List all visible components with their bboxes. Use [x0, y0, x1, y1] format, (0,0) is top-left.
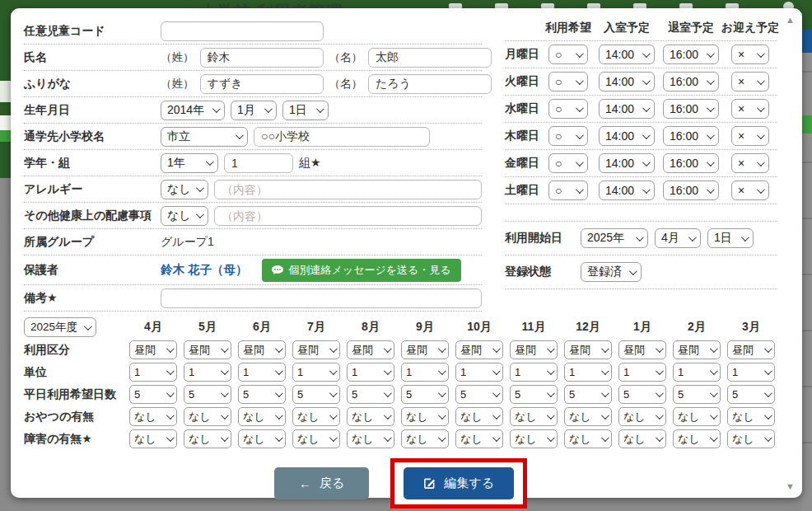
unit-select[interactable]: 1: [184, 363, 231, 382]
start-year-select[interactable]: 2025年: [581, 228, 648, 248]
furigana-mei-input[interactable]: [368, 74, 492, 94]
usage-type-select[interactable]: 昼間: [673, 340, 721, 359]
snack-select[interactable]: なし: [455, 407, 503, 426]
snack-select[interactable]: なし: [510, 407, 558, 426]
unit-select[interactable]: 1: [401, 363, 449, 382]
pickup-select[interactable]: ×: [731, 99, 769, 119]
back-button[interactable]: ← 戻る: [274, 467, 369, 499]
pickup-select[interactable]: ×: [731, 45, 769, 64]
allergy-detail-input[interactable]: [214, 180, 482, 199]
use-wish-select[interactable]: ○: [548, 72, 588, 91]
usage-type-select[interactable]: 昼間: [510, 340, 558, 359]
weekday-days-select[interactable]: 5: [401, 385, 449, 404]
usage-type-select[interactable]: 昼間: [564, 340, 612, 359]
pickup-select[interactable]: ×: [731, 180, 769, 200]
unit-select[interactable]: 1: [129, 363, 177, 382]
use-wish-select[interactable]: ○: [548, 126, 588, 146]
name-sei-input[interactable]: [200, 48, 324, 68]
school-name-input[interactable]: [254, 127, 430, 147]
name-mei-input[interactable]: [368, 48, 492, 68]
disability-select[interactable]: なし: [184, 429, 231, 448]
enter-time-select[interactable]: 14:00: [599, 180, 655, 200]
usage-type-select[interactable]: 昼間: [238, 340, 286, 359]
exit-time-select[interactable]: 16:00: [663, 72, 719, 91]
disability-select[interactable]: なし: [347, 429, 394, 448]
scroll-up-icon[interactable]: ▲: [786, 16, 795, 25]
disability-select[interactable]: なし: [238, 429, 286, 448]
class-input[interactable]: [224, 153, 293, 173]
snack-select[interactable]: なし: [184, 407, 231, 426]
disability-select[interactable]: なし: [564, 429, 612, 448]
weekday-days-select[interactable]: 5: [184, 385, 231, 404]
pickup-select[interactable]: ×: [731, 153, 769, 173]
weekday-days-select[interactable]: 5: [510, 385, 558, 404]
birth-month-select[interactable]: 1月: [231, 101, 277, 120]
weekday-days-select[interactable]: 5: [673, 385, 721, 404]
guardian-link[interactable]: 鈴木 花子（母）: [161, 262, 248, 278]
birth-year-select[interactable]: 2014年: [161, 101, 225, 120]
unit-select[interactable]: 1: [347, 363, 394, 382]
school-type-select[interactable]: 市立: [161, 127, 248, 147]
enter-time-select[interactable]: 14:00: [599, 99, 655, 119]
edit-button[interactable]: 編集する: [404, 467, 514, 499]
allergy-select[interactable]: なし: [161, 180, 208, 199]
exit-time-select[interactable]: 16:00: [663, 99, 719, 119]
enter-time-select[interactable]: 14:00: [599, 72, 655, 91]
exit-time-select[interactable]: 16:00: [663, 180, 719, 200]
code-input[interactable]: [161, 21, 324, 41]
fiscal-year-select[interactable]: 2025年度: [24, 317, 96, 337]
usage-type-select[interactable]: 昼間: [129, 340, 177, 359]
start-day-select[interactable]: 1日: [707, 228, 754, 248]
snack-select[interactable]: なし: [673, 407, 721, 426]
enter-time-select[interactable]: 14:00: [599, 153, 655, 173]
snack-select[interactable]: なし: [238, 407, 286, 426]
snack-select[interactable]: なし: [292, 407, 340, 426]
send-message-button[interactable]: 個別連絡メッセージを送る・見る: [262, 259, 461, 282]
snack-select[interactable]: なし: [618, 407, 666, 426]
unit-select[interactable]: 1: [238, 363, 286, 382]
disability-select[interactable]: なし: [727, 429, 775, 448]
weekday-days-select[interactable]: 5: [238, 385, 286, 404]
usage-type-select[interactable]: 昼間: [727, 340, 775, 359]
disability-select[interactable]: なし: [455, 429, 503, 448]
weekday-days-select[interactable]: 5: [455, 385, 503, 404]
unit-select[interactable]: 1: [455, 363, 503, 382]
disability-select[interactable]: なし: [401, 429, 449, 448]
weekday-days-select[interactable]: 5: [727, 385, 775, 404]
usage-type-select[interactable]: 昼間: [455, 340, 503, 359]
unit-select[interactable]: 1: [727, 363, 775, 382]
snack-select[interactable]: なし: [401, 407, 449, 426]
disability-select[interactable]: なし: [673, 429, 721, 448]
weekday-days-select[interactable]: 5: [347, 385, 394, 404]
usage-type-select[interactable]: 昼間: [347, 340, 394, 359]
enter-time-select[interactable]: 14:00: [599, 45, 655, 64]
use-wish-select[interactable]: ○: [548, 153, 588, 173]
disability-select[interactable]: なし: [129, 429, 177, 448]
birth-day-select[interactable]: 1日: [282, 101, 329, 120]
exit-time-select[interactable]: 16:00: [663, 153, 719, 173]
disability-select[interactable]: なし: [510, 429, 558, 448]
weekday-days-select[interactable]: 5: [618, 385, 666, 404]
weekday-days-select[interactable]: 5: [292, 385, 340, 404]
grade-year-select[interactable]: 1年: [161, 153, 218, 173]
unit-select[interactable]: 1: [292, 363, 340, 382]
weekday-days-select[interactable]: 5: [129, 385, 177, 404]
exit-time-select[interactable]: 16:00: [663, 45, 719, 64]
usage-type-select[interactable]: 昼間: [401, 340, 449, 359]
pickup-select[interactable]: ×: [731, 72, 769, 91]
usage-type-select[interactable]: 昼間: [184, 340, 231, 359]
exit-time-select[interactable]: 16:00: [663, 126, 719, 146]
pickup-select[interactable]: ×: [731, 126, 769, 146]
unit-select[interactable]: 1: [564, 363, 612, 382]
status-select[interactable]: 登録済: [581, 262, 642, 282]
note-input[interactable]: [161, 288, 482, 308]
snack-select[interactable]: なし: [129, 407, 177, 426]
use-wish-select[interactable]: ○: [548, 45, 588, 64]
usage-type-select[interactable]: 昼間: [618, 340, 666, 359]
start-month-select[interactable]: 4月: [655, 228, 701, 248]
health-detail-input[interactable]: [214, 206, 482, 226]
unit-select[interactable]: 1: [673, 363, 721, 382]
enter-time-select[interactable]: 14:00: [599, 126, 655, 146]
furigana-sei-input[interactable]: [200, 74, 324, 94]
disability-select[interactable]: なし: [292, 429, 340, 448]
